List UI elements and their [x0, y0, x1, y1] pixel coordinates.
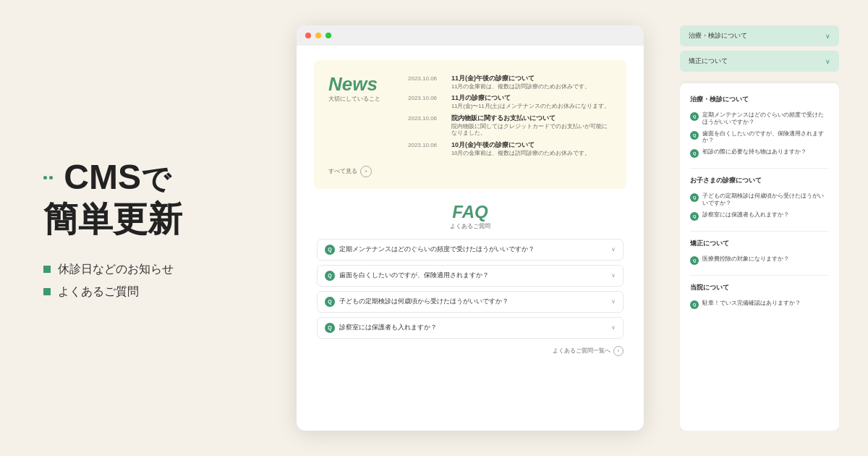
news-subtitle: 大切にしていること — [328, 95, 393, 103]
news-item-title-1: 11月の診療について — [451, 94, 610, 103]
faq-item-left-2: Q 子どもの定期検診は何歳頃から受けたほうがいいですか？ — [325, 297, 509, 307]
news-footer: すべて見る › — [328, 166, 612, 177]
news-date-3: 2023.10.06 — [408, 142, 446, 148]
panel-q-icon-1-1: Q — [690, 212, 699, 221]
list-item-2: よくあるご質問 — [43, 284, 260, 300]
feature-list: 休診日などのお知らせ よくあるご質問 — [43, 262, 260, 300]
cms-line: CMSで — [43, 156, 260, 198]
news-date-2: 2023.10.06 — [408, 115, 446, 122]
panel-faq-text-0-1: 歯面を白くしたいのですが、保険適用されますか？ — [702, 130, 829, 145]
faq-items: Q 定期メンテナンスはどのぐらいの頻度で受けたほうがいいですか？ ∨ Q 歯面を… — [317, 239, 624, 339]
news-item-desc-2: 院内物販に関してはクレジットカードでのお支払いが可能になりました。 — [451, 123, 612, 138]
panel-section-2: 矯正について Q 医療費控除の対象になりますか？ — [690, 239, 829, 265]
browser-mockup: News 大切にしていること 2023.10.06 11月(金)午後の診療につい… — [297, 25, 644, 431]
news-item-content-0: 11月(金)午後の診療について 11月の金庫前は、複数は訪問診療のためお休みです… — [451, 75, 590, 90]
panel-q-icon-3-0: Q — [690, 300, 699, 309]
panel-section-title-3: 当院について — [690, 283, 829, 294]
faq-q-icon-0: Q — [325, 245, 335, 255]
news-item-0: 2023.10.06 11月(金)午後の診療について 11月の金庫前は、複数は訪… — [408, 75, 612, 90]
news-section: News 大切にしていること 2023.10.06 11月(金)午後の診療につい… — [314, 60, 626, 189]
panel-faq-text-0-0: 定期メンテナンスはどのぐらいの頻度で受けたほうがいいですか？ — [702, 111, 829, 126]
faq-item-3[interactable]: Q 診察室には保護者も入れますか？ ∨ — [317, 317, 624, 339]
accordion-btn-0[interactable]: 治療・検診について ∨ — [680, 25, 839, 46]
faq-chevron-0: ∨ — [611, 246, 616, 253]
faq-header: FAQ よくあるご質問 — [317, 203, 624, 230]
faq-section: FAQ よくあるご質問 Q 定期メンテナンスはどのぐらいの頻度で受けたほうがいい… — [314, 203, 626, 356]
faq-item-left-0: Q 定期メンテナンスはどのぐらいの頻度で受けたほうがいいですか？ — [325, 245, 535, 255]
faq-item-text-1: 歯面を白くしたいのですが、保険適用されますか？ — [339, 271, 489, 280]
faq-item-0[interactable]: Q 定期メンテナンスはどのぐらいの頻度で受けたほうがいいですか？ ∨ — [317, 239, 624, 261]
faq-q-icon-3: Q — [325, 323, 335, 333]
right-top-accordions: 治療・検診について ∨ 矯正について ∨ — [680, 25, 839, 72]
kantan-line: 簡単更新 — [43, 198, 260, 240]
panel-faq-item-2-0: Q 医療費控除の対象になりますか？ — [690, 256, 829, 265]
news-title: News — [328, 75, 393, 93]
cms-text: CMS — [64, 158, 141, 196]
news-item-3: 2023.10.06 10月(金)午後の診療について 10月の金庫前は、複数は訪… — [408, 141, 612, 156]
main-container: CMSで 簡単更新 休診日などのお知らせ よくあるご質問 — [0, 0, 868, 456]
panel-divider-1 — [690, 231, 829, 232]
news-title-block: News 大切にしていること — [328, 75, 393, 103]
list-item-2-text: よくあるご質問 — [58, 284, 139, 300]
panel-faq-item-1-1: Q 診察室には保護者も入れますか？ — [690, 211, 829, 221]
accordion-btn-1[interactable]: 矯正について ∨ — [680, 51, 839, 72]
news-items: 2023.10.06 11月(金)午後の診療について 11月の金庫前は、複数は訪… — [408, 75, 612, 157]
faq-item-1[interactable]: Q 歯面を白くしたいのですが、保険適用されますか？ ∨ — [317, 265, 624, 287]
news-see-all-arrow[interactable]: › — [360, 166, 372, 177]
news-item-content-2: 院内物販に関するお支払いについて 院内物販に関してはクレジットカードでのお支払い… — [451, 114, 612, 137]
browser-bar — [297, 25, 644, 46]
faq-chevron-1: ∨ — [611, 272, 616, 279]
faq-footer-arrow[interactable]: › — [613, 346, 624, 356]
faq-q-icon-2: Q — [325, 297, 335, 307]
dot-1 — [43, 176, 47, 180]
browser-dot-red — [305, 33, 311, 38]
right-section: 治療・検診について ∨ 矯正について ∨ 治療・検診について Q 定期メンテナン… — [680, 25, 839, 431]
dot-2 — [49, 176, 53, 180]
panel-q-icon-0-0: Q — [690, 112, 699, 121]
see-all-text: すべて見る — [328, 167, 357, 175]
bullet-icon-1 — [43, 266, 51, 273]
panel-faq-item-0-1: Q 歯面を白くしたいのですが、保険適用されますか？ — [690, 130, 829, 145]
panel-faq-item-1-0: Q 子どもの定期検診は何歳頃から受けたほうがいいですか？ — [690, 193, 829, 207]
panel-section-title-2: 矯正について — [690, 239, 829, 250]
center-section: News 大切にしていること 2023.10.06 11月(金)午後の診療につい… — [260, 25, 680, 431]
panel-section-title-1: お子さまの診療について — [690, 176, 829, 187]
news-item-1: 2023.10.06 11月の診療について 11月(金)〜11月(土)はメンテナ… — [408, 94, 612, 109]
browser-content: News 大切にしていること 2023.10.06 11月(金)午後の診療につい… — [297, 46, 644, 431]
faq-item-left-3: Q 診察室には保護者も入れますか？ — [325, 323, 437, 333]
faq-title: FAQ — [317, 203, 624, 221]
faq-footer: よくあるご質問一覧へ › — [317, 346, 624, 356]
panel-faq-text-1-1: 診察室には保護者も入れますか？ — [702, 211, 789, 219]
de-text: で — [141, 163, 171, 195]
panel-q-icon-1-0: Q — [690, 193, 699, 202]
list-item-1: 休診日などのお知らせ — [43, 262, 260, 277]
news-date-1: 2023.10.06 — [408, 95, 446, 101]
news-date-0: 2023.10.06 — [408, 75, 446, 82]
faq-chevron-2: ∨ — [611, 298, 616, 305]
faq-item-text-3: 診察室には保護者も入れますか？ — [339, 324, 437, 332]
news-item-title-2: 院内物販に関するお支払いについて — [451, 114, 612, 123]
panel-section-1: お子さまの診療について Q 子どもの定期検診は何歳頃から受けたほうがいいですか？… — [690, 176, 829, 221]
list-item-1-text: 休診日などのお知らせ — [58, 262, 174, 277]
accordion-chevron-1: ∨ — [825, 58, 830, 65]
panel-faq-text-3-0: 駐車！でいス完備確認はありますか？ — [702, 300, 801, 307]
faq-item-left-1: Q 歯面を白くしたいのですが、保険適用されますか？ — [325, 271, 489, 281]
browser-dot-yellow — [315, 33, 321, 38]
faq-item-text-0: 定期メンテナンスはどのぐらいの頻度で受けたほうがいいですか？ — [339, 245, 535, 254]
cms-dots-group — [43, 158, 64, 196]
panel-divider-0 — [690, 168, 829, 169]
news-item-title-0: 11月(金)午後の診療について — [451, 75, 590, 83]
faq-item-text-2: 子どもの定期検診は何歳頃から受けたほうがいいですか？ — [339, 297, 509, 306]
news-item-content-1: 11月の診療について 11月(金)〜11月(土)はメンテナンスのためお休みになり… — [451, 94, 610, 109]
panel-faq-item-3-0: Q 駐車！でいス完備確認はありますか？ — [690, 300, 829, 309]
accordion-chevron-0: ∨ — [825, 33, 830, 40]
right-faq-panel: 治療・検診について Q 定期メンテナンスはどのぐらいの頻度で受けたほうがいいです… — [680, 83, 839, 431]
news-item-content-3: 10月(金)午後の診療について 10月の金庫前は、複数は訪問診療のためお休みです… — [451, 141, 590, 156]
browser-dot-green — [326, 33, 331, 38]
news-item-desc-1: 11月(金)〜11月(土)はメンテナンスのためお休みになります。 — [451, 103, 610, 110]
accordion-label-0: 治療・検診について — [689, 31, 747, 41]
main-heading: CMSで 簡単更新 — [43, 156, 260, 240]
accordion-label-1: 矯正について — [689, 56, 728, 66]
faq-subtitle: よくあるご質問 — [317, 222, 624, 230]
faq-item-2[interactable]: Q 子どもの定期検診は何歳頃から受けたほうがいいですか？ ∨ — [317, 291, 624, 313]
